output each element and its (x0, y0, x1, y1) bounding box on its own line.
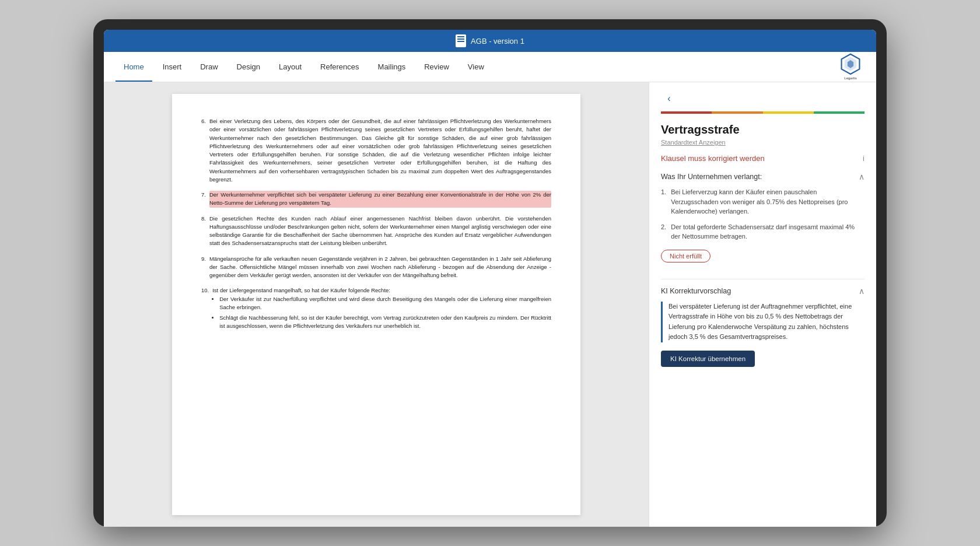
status-text: Klausel muss korrigiert werden (661, 154, 765, 163)
tab-insert[interactable]: Insert (155, 52, 190, 82)
tab-mailings[interactable]: Mailings (370, 52, 414, 82)
requirement-1: 1. Bei Lieferverzug kann der Käufer eine… (661, 187, 864, 216)
requirements-chevron-icon[interactable]: ∧ (859, 172, 864, 181)
panel-title: Vertragsstrafe (661, 123, 864, 136)
req-number-2: 2. (661, 222, 666, 242)
ki-section-title: KI Korrekturvorschlag (661, 287, 731, 295)
para-number-10: 10. (201, 286, 209, 332)
document-page: 6. Bei einer Verletzung des Lebens, des … (172, 94, 580, 515)
laptop-screen: AGB - version 1 Home Insert Draw Design (104, 30, 876, 527)
para-number-9: 9. (201, 255, 206, 280)
tab-draw[interactable]: Draw (192, 52, 226, 82)
ribbon: Home Insert Draw Design Layout Reference… (104, 52, 876, 82)
panel-body: Vertragsstrafe Standardtext Anzeigen Kla… (649, 114, 876, 527)
back-button[interactable]: ‹ (661, 90, 677, 107)
para-text-9: Mängelansprüche für alle verkauften neue… (209, 255, 551, 280)
paragraph-10: 10. Ist der Liefergegenstand mangelhaft,… (201, 286, 551, 332)
section-divider (661, 279, 864, 279)
paragraph-9: 9. Mängelansprüche für alle verkauften n… (201, 255, 551, 280)
document-area[interactable]: 6. Bei einer Verletzung des Lebens, des … (104, 82, 649, 527)
tab-view[interactable]: View (460, 52, 492, 82)
req-number-1: 1. (661, 187, 666, 216)
para-text-8: Die gesetzlichen Rechte des Kunden nach … (209, 215, 551, 248)
title-bar-content: AGB - version 1 (456, 34, 524, 47)
para-text-10: Ist der Liefergegenstand mangelhaft, so … (212, 286, 551, 332)
requirements-list: 1. Bei Lieferverzug kann der Käufer eine… (661, 187, 864, 242)
ki-accept-button[interactable]: KI Korrektur übernehmen (661, 351, 755, 367)
info-icon[interactable]: i (863, 154, 864, 163)
right-panel: ‹ Vertragsstrafe Standardtext Anzeigen K… (649, 82, 876, 527)
paragraph-6: 6. Bei einer Verletzung des Lebens, des … (201, 117, 551, 184)
tab-home[interactable]: Home (116, 52, 152, 82)
main-area: 6. Bei einer Verletzung des Lebens, des … (104, 82, 876, 527)
nicht-erfuellt-badge[interactable]: Nicht erfüllt (661, 250, 710, 262)
svg-text:Legartis: Legartis (844, 76, 856, 79)
para-text-6: Bei einer Verletzung des Lebens, des Kör… (209, 117, 551, 184)
paragraph-8: 8. Die gesetzlichen Rechte des Kunden na… (201, 215, 551, 248)
window-title: AGB - version 1 (471, 37, 524, 46)
nicht-erfuellt-label: Nicht erfüllt (670, 253, 702, 260)
bullet-item-2: Schlägt die Nachbesserung fehl, so ist d… (219, 314, 551, 331)
paragraph-7: 7. Der Werkunternehmer verpflichtet sich… (201, 191, 551, 208)
req-text-2: Der total geforderte Schadensersatz darf… (671, 222, 864, 242)
tab-layout[interactable]: Layout (271, 52, 310, 82)
panel-top: ‹ (649, 82, 876, 107)
para-number-6: 6. (201, 117, 206, 184)
ki-suggestion-text: Bei verspäteter Lieferung ist der Auftra… (661, 302, 864, 342)
requirements-section-header: Was Ihr Unternehmen verlangt: ∧ (661, 172, 864, 181)
document-icon (456, 34, 466, 47)
para-text-7: Der Werkunternehmer verpflichtet sich be… (209, 191, 551, 208)
tab-design[interactable]: Design (229, 52, 268, 82)
ribbon-tabs: Home Insert Draw Design Layout Reference… (116, 52, 492, 82)
bullet-list-10: Der Verkäufer ist zur Nacherfüllung verp… (212, 295, 551, 331)
tab-review[interactable]: Review (416, 52, 457, 82)
status-badge-row: Klausel muss korrigiert werden i (661, 154, 864, 163)
panel-subtitle[interactable]: Standardtext Anzeigen (661, 139, 864, 146)
ki-chevron-icon[interactable]: ∧ (859, 286, 864, 296)
ribbon-logo: Legartis (836, 52, 864, 82)
para-number-7: 7. (201, 191, 206, 208)
bullet-item-1: Der Verkäufer ist zur Nacherfüllung verp… (219, 295, 551, 312)
para-number-8: 8. (201, 215, 206, 248)
requirements-title: Was Ihr Unternehmen verlangt: (661, 173, 762, 181)
title-bar: AGB - version 1 (104, 30, 876, 52)
laptop-frame: AGB - version 1 Home Insert Draw Design (93, 19, 887, 527)
ki-section-header: KI Korrekturvorschlag ∧ (661, 286, 864, 296)
requirement-2: 2. Der total geforderte Schadensersatz d… (661, 222, 864, 242)
req-text-1: Bei Lieferverzug kann der Käufer einen p… (671, 187, 864, 216)
legartis-logo-icon: Legartis (836, 53, 864, 81)
tab-references[interactable]: References (312, 52, 367, 82)
